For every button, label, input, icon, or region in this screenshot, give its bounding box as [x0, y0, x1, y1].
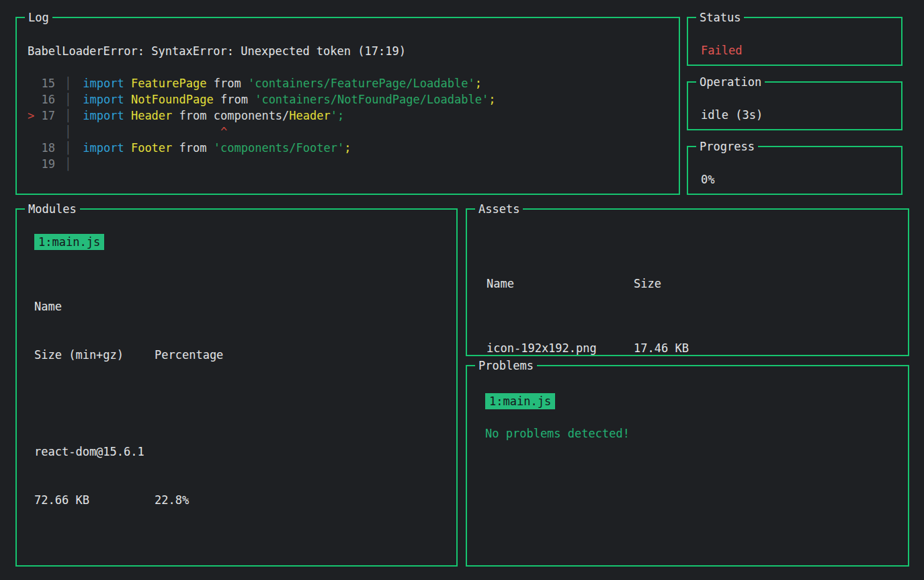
assets-header: NameSize: [487, 276, 908, 292]
modules-header-size-pct: Size (min+gz)Percentage: [34, 347, 456, 363]
token-keyword: import: [83, 93, 131, 106]
code-line: 19 │: [28, 156, 668, 172]
token-string: 'containers/FeaturePage/Loadable': [248, 77, 475, 90]
modules-panel-title: Modules: [25, 201, 80, 217]
line-number: 16: [41, 91, 55, 108]
gutter-bar: │: [65, 156, 71, 172]
assets-problems-column: Assets NameSize icon-192x192.png17.46 KB…: [466, 208, 909, 567]
assets-header-size: Size: [634, 277, 661, 290]
token-identifier: FeaturePage: [131, 77, 207, 90]
gutter-bar: │: [65, 75, 71, 91]
error-message: BabelLoaderError: SyntaxError: Unexpecte…: [28, 43, 668, 59]
bottom-row: Modules 1:main.js Name Size (min+gz)Perc…: [15, 208, 909, 567]
top-row: Log BabelLoaderError: SyntaxError: Unexp…: [15, 17, 909, 195]
status-column: Status Failed Operation idle (3s) Progre…: [687, 17, 902, 195]
token-semicolon: ;: [475, 77, 482, 90]
operation-panel: Operation idle (3s): [687, 81, 902, 130]
token-semicolon: ;: [344, 141, 351, 155]
module-name: react-dom@15.6.1: [34, 444, 456, 460]
caret-padding: [83, 125, 220, 138]
problems-badge: 1:main.js: [485, 393, 555, 409]
code-text: import Footer from 'components/Footer';: [83, 140, 351, 156]
code-line: 16 │ import NotFoundPage from 'container…: [28, 91, 668, 108]
problems-panel-title: Problems: [475, 358, 537, 374]
code-text: ^: [83, 124, 227, 140]
token-identifier: Footer: [131, 141, 172, 155]
gutter-bar: │: [65, 140, 71, 156]
modules-header-size: Size (min+gz): [34, 347, 155, 363]
problems-message: No problems detected!: [485, 425, 908, 442]
status-panel-title: Status: [696, 9, 744, 26]
asset-row: icon-192x192.png17.46 KB: [487, 340, 908, 356]
log-scroll-area[interactable]: BabelLoaderError: SyntaxError: Unexpecte…: [17, 18, 679, 194]
problems-panel: Problems 1:main.js No problems detected!: [466, 365, 909, 567]
token-string: 'components/Footer': [214, 141, 344, 155]
error-marker: [28, 75, 41, 91]
error-marker: [28, 140, 41, 156]
gutter-bar: │: [65, 91, 71, 108]
problems-badge-row: 1:main.js: [485, 393, 908, 409]
line-number: 19: [41, 156, 55, 172]
progress-panel-title: Progress: [696, 138, 758, 155]
caret-icon: ^: [220, 125, 227, 138]
token-identifier: Header: [131, 109, 172, 122]
token-string: ';: [331, 109, 344, 122]
module-size: 72.66 KB: [34, 492, 155, 508]
token-plain: from: [207, 77, 248, 90]
webpack-dashboard: Log BabelLoaderError: SyntaxError: Unexp…: [0, 0, 924, 580]
code-frame: 15 │ import FeaturePage from 'containers…: [28, 75, 668, 172]
modules-header: Name Size (min+gz)Percentage: [34, 266, 456, 395]
error-marker: [28, 156, 41, 172]
token-keyword: import: [83, 141, 131, 155]
token-plain: from: [172, 109, 213, 122]
token-semicolon: ;: [489, 93, 495, 106]
token-string: 'containers/NotFoundPage/Loadable': [255, 93, 489, 106]
error-marker-icon: >: [28, 108, 41, 124]
modules-panel: Modules 1:main.js Name Size (min+gz)Perc…: [15, 208, 458, 567]
token-identifier: Header: [289, 109, 330, 122]
modules-header-percentage: Percentage: [155, 348, 223, 362]
log-panel-title: Log: [25, 9, 52, 26]
line-number: 15: [41, 75, 55, 91]
token-plain: from: [214, 93, 255, 106]
modules-badge-row: 1:main.js: [34, 234, 456, 250]
assets-header-name: Name: [487, 276, 634, 292]
token-keyword: import: [83, 109, 131, 122]
code-text: import FeaturePage from 'containers/Feat…: [83, 75, 482, 91]
token-plain: components/: [214, 109, 290, 122]
assets-panel-title: Assets: [475, 201, 523, 217]
token-identifier: NotFoundPage: [131, 93, 214, 106]
asset-size: 17.46 KB: [634, 341, 689, 355]
problems-content: 1:main.js No problems detected!: [467, 366, 908, 442]
operation-panel-title: Operation: [696, 74, 765, 90]
code-text: import Header from components/Header';: [83, 108, 344, 124]
modules-badge: 1:main.js: [34, 234, 104, 250]
line-number: [41, 124, 55, 140]
assets-panel: Assets NameSize icon-192x192.png17.46 KB: [466, 208, 909, 356]
error-marker: [28, 91, 41, 108]
code-line: 18 │ import Footer from 'components/Foot…: [28, 140, 668, 156]
module-percentage: 22.8%: [155, 493, 189, 507]
module-row: react-dom@15.6.1 72.66 KB22.8%: [34, 411, 456, 540]
status-panel: Status Failed: [687, 17, 902, 66]
line-number: 17: [41, 108, 55, 124]
module-row: core-js@2.5.1 69.35 KB21.7%: [34, 556, 456, 580]
line-number: 18: [41, 140, 55, 156]
log-panel: Log BabelLoaderError: SyntaxError: Unexp…: [15, 17, 680, 195]
code-line: 15 │ import FeaturePage from 'containers…: [28, 75, 668, 91]
code-text: import NotFoundPage from 'containers/Not…: [83, 91, 495, 108]
modules-content: 1:main.js Name Size (min+gz)Percentage r…: [17, 210, 456, 580]
caret-line: │ ^: [28, 124, 668, 140]
code-line-error: > 17 │ import Header from components/Hea…: [28, 108, 668, 124]
progress-panel: Progress 0%: [687, 146, 902, 195]
modules-header-name: Name: [34, 298, 456, 315]
gutter-bar: │: [65, 108, 71, 124]
error-marker: [28, 124, 41, 140]
token-keyword: import: [83, 77, 131, 90]
token-plain: from: [172, 141, 213, 155]
gutter-bar: │: [65, 124, 71, 140]
asset-name: icon-192x192.png: [487, 340, 634, 356]
